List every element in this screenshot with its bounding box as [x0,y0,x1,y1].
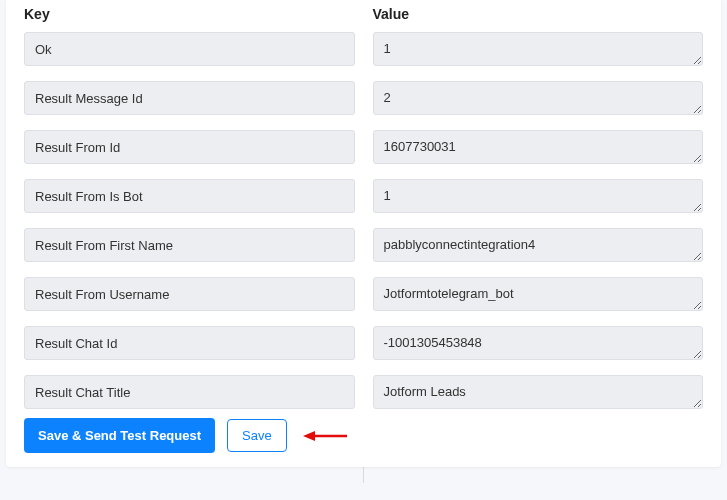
key-input[interactable] [24,228,355,262]
kv-row: pabblyconnectintegration4 [24,228,703,265]
value-input[interactable]: 1 [373,179,704,213]
header-key: Key [24,6,355,22]
key-input[interactable] [24,130,355,164]
key-input[interactable] [24,375,355,409]
kv-row: -1001305453848 [24,326,703,363]
value-input[interactable]: 2 [373,81,704,115]
kv-row: 1 [24,179,703,216]
annotation-arrow-icon [303,429,347,443]
footer-actions: Save & Send Test Request Save [6,410,721,467]
kv-scroll-area[interactable]: Key Value 1216077300311pabblyconnectinte… [6,0,721,410]
key-input[interactable] [24,277,355,311]
key-input[interactable] [24,179,355,213]
value-input[interactable]: Jotform Leads [373,375,704,409]
kv-headers: Key Value [24,0,703,32]
response-panel: Key Value 1216077300311pabblyconnectinte… [6,0,721,467]
save-send-test-button[interactable]: Save & Send Test Request [24,418,215,453]
kv-row: Jotformtotelegram_bot [24,277,703,314]
value-input[interactable]: -1001305453848 [373,326,704,360]
kv-row: 1 [24,32,703,69]
kv-row: 1607730031 [24,130,703,167]
save-button[interactable]: Save [227,419,287,452]
flow-connector [363,467,364,483]
value-input[interactable]: 1607730031 [373,130,704,164]
kv-row: 2 [24,81,703,118]
kv-row: Jotform Leads [24,375,703,410]
key-input[interactable] [24,326,355,360]
kv-rows: 1216077300311pabblyconnectintegration4Jo… [24,32,703,410]
value-input[interactable]: 1 [373,32,704,66]
value-input[interactable]: pabblyconnectintegration4 [373,228,704,262]
value-input[interactable]: Jotformtotelegram_bot [373,277,704,311]
header-value: Value [373,6,704,22]
key-input[interactable] [24,32,355,66]
key-input[interactable] [24,81,355,115]
svg-marker-1 [303,431,315,441]
